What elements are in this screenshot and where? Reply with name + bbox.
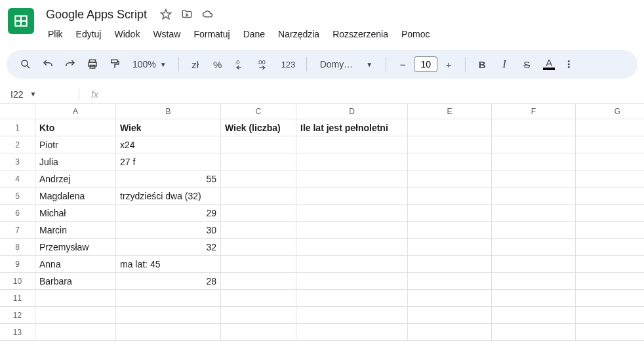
cell[interactable]: Przemysław [35,239,116,256]
row-header[interactable]: 12 [0,307,35,324]
cell[interactable]: ma lat: 45 [116,256,221,273]
cell[interactable] [116,290,221,307]
cell[interactable] [576,119,644,136]
cell[interactable] [576,205,644,222]
cell[interactable] [408,170,492,188]
increase-decimal-icon[interactable]: .00 [252,54,275,74]
cell[interactable]: 30 [116,222,221,239]
menu-rozszerzenia[interactable]: Rozszerzenia [327,26,394,42]
cell[interactable]: Barbara [35,273,116,290]
cell[interactable] [296,307,408,324]
menu-dane[interactable]: Dane [237,26,271,42]
search-icon[interactable] [16,54,35,74]
cell[interactable]: Magdalena [35,188,116,205]
row-header[interactable]: 5 [0,188,35,205]
cell[interactable] [492,119,576,136]
cell[interactable] [408,119,492,136]
row-header[interactable]: 6 [0,205,35,222]
cell[interactable] [492,307,576,324]
cell[interactable]: 29 [116,205,221,222]
move-folder-icon[interactable] [181,9,193,20]
cell[interactable] [576,136,644,153]
cell[interactable] [408,239,492,256]
cell[interactable] [576,290,644,307]
cell[interactable] [492,239,576,256]
cell[interactable] [296,256,408,273]
font-size-input[interactable] [414,56,437,72]
redo-icon[interactable] [60,54,80,74]
cell[interactable] [221,170,296,188]
paint-format-icon[interactable] [105,54,125,74]
menu-widok[interactable]: Widok [108,26,146,42]
row-header[interactable]: 9 [0,256,35,273]
document-title[interactable]: Google Apps Script [42,7,151,23]
cell[interactable] [221,290,296,307]
cell[interactable]: Michał [35,205,116,222]
menu-edytuj[interactable]: Edytuj [70,26,108,42]
cell[interactable] [221,324,296,341]
spreadsheet-grid[interactable]: ABCDEFG1KtoWiekWiek (liczba)Ile lat jest… [0,104,644,341]
cell[interactable]: trzydzieści dwa (32) [116,188,221,205]
undo-icon[interactable] [38,54,58,74]
row-header[interactable]: 8 [0,239,35,256]
print-icon[interactable] [83,54,102,74]
cell[interactable] [576,222,644,239]
number-format-button[interactable]: 123 [277,54,300,74]
cell[interactable] [408,256,492,273]
row-header[interactable]: 11 [0,290,35,307]
cloud-status-icon[interactable] [202,9,214,20]
menu-formatuj[interactable]: Formatuj [188,26,235,42]
cell[interactable] [296,290,408,307]
cell[interactable] [492,205,576,222]
cell[interactable] [408,273,492,290]
cell[interactable] [492,324,576,341]
row-header[interactable]: 4 [0,170,35,188]
cell[interactable]: Piotr [35,136,116,153]
cell[interactable] [408,290,492,307]
cell[interactable] [492,290,576,307]
column-header[interactable]: E [408,104,492,119]
cell[interactable] [408,188,492,205]
cell[interactable] [492,256,576,273]
menu-narzędzia[interactable]: Narzędzia [272,26,325,42]
cell[interactable] [408,205,492,222]
cell[interactable]: Julia [35,153,116,170]
cell[interactable] [408,153,492,170]
cell[interactable] [221,188,296,205]
cell[interactable] [221,222,296,239]
cell[interactable] [35,290,116,307]
cell[interactable]: Wiek [116,119,221,136]
cell[interactable] [576,324,644,341]
row-header[interactable]: 2 [0,136,35,153]
currency-button[interactable]: zł [186,54,205,74]
cell[interactable] [492,136,576,153]
cell[interactable]: 28 [116,273,221,290]
cell[interactable] [492,153,576,170]
cell[interactable]: Andrzej [35,170,116,188]
cell[interactable] [408,307,492,324]
cell[interactable] [221,136,296,153]
more-toolbar-icon[interactable] [561,54,581,74]
cell[interactable] [492,188,576,205]
strikethrough-button[interactable]: S [517,54,536,74]
row-header[interactable]: 13 [0,324,35,341]
cell[interactable]: 32 [116,239,221,256]
decrease-decimal-icon[interactable]: .0 [230,54,250,74]
cell[interactable] [576,188,644,205]
cell[interactable] [296,188,408,205]
cell[interactable]: 27 f [116,153,221,170]
cell[interactable]: x24 [116,136,221,153]
cell[interactable] [296,222,408,239]
italic-button[interactable]: I [494,54,514,74]
cell[interactable] [296,324,408,341]
text-color-button[interactable]: A [539,54,559,74]
cell[interactable] [221,153,296,170]
column-header[interactable]: A [35,104,116,119]
cell[interactable] [576,307,644,324]
font-family-select[interactable]: Domy…▼ [313,59,379,69]
cell[interactable]: Ile lat jest pełnoletni [296,119,408,136]
column-header[interactable]: B [116,104,221,119]
cell[interactable]: Kto [35,119,116,136]
cell[interactable] [576,256,644,273]
cell[interactable] [296,153,408,170]
